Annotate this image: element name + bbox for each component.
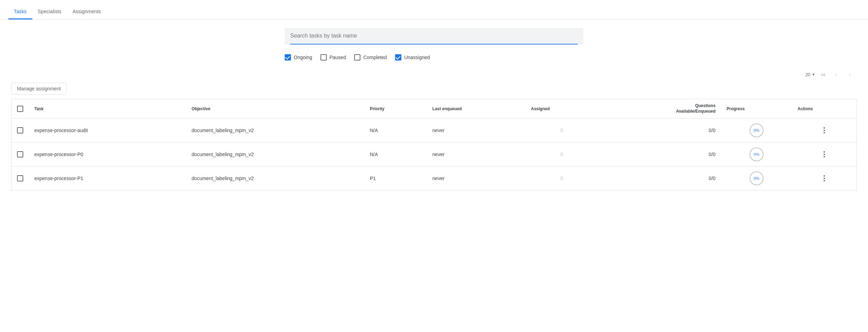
actions-menu-0[interactable]	[798, 126, 851, 135]
tab-assignments[interactable]: Assignments	[67, 3, 107, 19]
manage-assignment-button[interactable]: Manage assignment	[11, 83, 67, 95]
row-priority-0: N/A	[364, 119, 427, 143]
row-task-2: expense-processor-P1	[29, 167, 186, 191]
prev-page-button[interactable]: ‹	[831, 69, 842, 80]
tab-tasks[interactable]: Tasks	[8, 3, 32, 19]
tab-specialists[interactable]: Specialists	[32, 3, 67, 19]
dot-3	[824, 132, 825, 133]
row-last-enqueued-1: never	[427, 143, 525, 167]
dot-3	[824, 180, 825, 181]
filter-ongoing-label: Ongoing	[294, 55, 312, 60]
row-checkbox-2[interactable]	[11, 167, 29, 191]
filter-completed-label: Completed	[363, 55, 387, 60]
select-all-checkbox[interactable]	[17, 106, 23, 112]
row-progress-1: 0%	[721, 143, 792, 167]
table-row: expense-processor-audit document_labelin…	[11, 119, 857, 143]
row-progress-0: 0%	[721, 119, 792, 143]
row-assigned-1: 0	[525, 143, 598, 167]
main-content: Ongoing Paused Completed Unassigned 20 ▼…	[0, 19, 868, 199]
actions-menu-1[interactable]	[798, 150, 851, 159]
tabs-bar: Tasks Specialists Assignments	[0, 0, 868, 19]
row-questions-1: 0/0	[598, 143, 721, 167]
row-questions-0: 0/0	[598, 119, 721, 143]
filter-ongoing[interactable]: Ongoing	[285, 54, 312, 60]
dot-2	[824, 154, 825, 155]
th-progress: Progress	[721, 99, 792, 119]
row-actions-2	[792, 167, 857, 191]
next-page-button[interactable]: ›	[844, 69, 856, 80]
checkbox-ongoing[interactable]	[285, 54, 291, 60]
filter-row: Ongoing Paused Completed Unassigned	[285, 51, 583, 63]
row-assigned-0: 0	[525, 119, 598, 143]
dot-1	[824, 151, 825, 153]
row-progress-2: 0%	[721, 167, 792, 191]
progress-circle-1: 0%	[750, 147, 763, 161]
filter-completed[interactable]: Completed	[354, 54, 387, 60]
row-task-1: expense-processor-P0	[29, 143, 186, 167]
checkbox-completed[interactable]	[354, 54, 360, 60]
first-page-button[interactable]: ⏮	[818, 70, 828, 79]
dot-3	[824, 156, 825, 157]
checkbox-unassigned[interactable]	[395, 54, 401, 60]
th-select-all	[11, 99, 29, 119]
page-size-value: 20	[806, 72, 810, 77]
progress-circle-2: 0%	[750, 171, 763, 185]
page-size-selector: 20 ▼	[806, 72, 815, 77]
row-actions-1	[792, 143, 857, 167]
table-row: expense-processor-P0 document_labeling_m…	[11, 143, 857, 167]
manage-btn-row: Manage assignment	[11, 83, 857, 95]
search-input-wrapper	[290, 28, 578, 44]
table-row: expense-processor-P1 document_labeling_m…	[11, 167, 857, 191]
row-checkbox-1[interactable]	[11, 143, 29, 167]
row-select-checkbox-0[interactable]	[17, 127, 23, 133]
filter-unassigned-label: Unassigned	[404, 55, 430, 60]
checkbox-paused[interactable]	[320, 54, 327, 60]
row-last-enqueued-0: never	[427, 119, 525, 143]
dot-1	[824, 175, 825, 177]
row-objective-0: document_labeling_mpm_v2	[186, 119, 364, 143]
row-select-checkbox-2[interactable]	[17, 175, 23, 181]
th-last-enqueued: Last enqueued	[427, 99, 525, 119]
row-select-checkbox-1[interactable]	[17, 151, 23, 157]
row-actions-0	[792, 119, 857, 143]
dot-2	[824, 130, 825, 131]
chevron-down-icon[interactable]: ▼	[812, 73, 815, 76]
table-body: expense-processor-audit document_labelin…	[11, 119, 857, 191]
row-task-0: expense-processor-audit	[29, 119, 186, 143]
row-objective-1: document_labeling_mpm_v2	[186, 143, 364, 167]
row-checkbox-0[interactable]	[11, 119, 29, 143]
actions-menu-2[interactable]	[798, 174, 851, 183]
search-container	[285, 28, 583, 44]
dot-1	[824, 127, 825, 129]
th-priority: Priority	[364, 99, 427, 119]
filter-paused-label: Paused	[329, 55, 346, 60]
tasks-table: Task Objective Priority Last enqueued As…	[11, 99, 857, 191]
th-task: Task	[29, 99, 186, 119]
filter-paused[interactable]: Paused	[320, 54, 346, 60]
filter-unassigned[interactable]: Unassigned	[395, 54, 430, 60]
pagination-row: 20 ▼ ⏮ ‹ ›	[11, 69, 857, 80]
row-questions-2: 0/0	[598, 167, 721, 191]
table-header: Task Objective Priority Last enqueued As…	[11, 99, 857, 119]
row-assigned-2: 0	[525, 167, 598, 191]
th-objective: Objective	[186, 99, 364, 119]
th-questions: QuestionsAvailable/Enqueued	[598, 99, 721, 119]
row-priority-1: N/A	[364, 143, 427, 167]
search-input[interactable]	[290, 33, 578, 39]
row-last-enqueued-2: never	[427, 167, 525, 191]
th-assigned: Assigned	[525, 99, 598, 119]
dot-2	[824, 178, 825, 179]
th-actions: Actions	[792, 99, 857, 119]
row-priority-2: P1	[364, 167, 427, 191]
row-objective-2: document_labeling_mpm_v2	[186, 167, 364, 191]
progress-circle-0: 0%	[750, 123, 763, 137]
